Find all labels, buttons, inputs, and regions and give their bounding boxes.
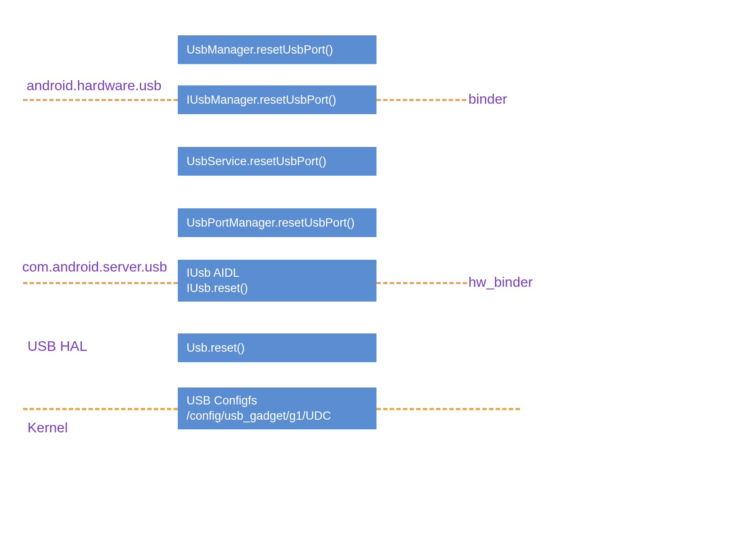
dash-kernel-right: [376, 408, 520, 410]
box-iusb-aidl: IUsb AIDL IUsb.reset(): [178, 260, 376, 302]
box-configfs-line2: /config/usb_gadget/g1/UDC: [186, 408, 331, 424]
dash-kernel-left: [23, 408, 178, 410]
box-usbportmanager: UsbPortManager.resetUsbPort(): [178, 208, 376, 237]
architecture-diagram: UsbManager.resetUsbPort() IUsbManager.re…: [0, 0, 756, 557]
label-com-android-server-usb: com.android.server.usb: [22, 259, 167, 275]
dash-hwbinder-right: [376, 282, 467, 284]
dash-hwbinder-left: [23, 282, 178, 284]
box-iusb-aidl-line2: IUsb.reset(): [186, 281, 248, 296]
box-usbservice-text: UsbService.resetUsbPort(): [186, 155, 326, 168]
box-usbmanager: UsbManager.resetUsbPort(): [178, 35, 376, 64]
box-usbreset-text: Usb.reset(): [186, 341, 245, 355]
box-iusbmanager: IUsbManager.resetUsbPort(): [178, 85, 376, 114]
box-usbservice: UsbService.resetUsbPort(): [178, 147, 376, 176]
box-usbportmanager-text: UsbPortManager.resetUsbPort(): [186, 216, 355, 230]
label-hw-binder: hw_binder: [468, 274, 533, 290]
label-binder: binder: [468, 91, 507, 107]
label-usb-hal: USB HAL: [27, 338, 87, 354]
box-iusb-aidl-line1: IUsb AIDL: [186, 265, 240, 281]
box-iusbmanager-text: IUsbManager.resetUsbPort(): [186, 93, 336, 107]
dash-binder-left: [23, 99, 178, 101]
box-usbmanager-text: UsbManager.resetUsbPort(): [186, 43, 333, 57]
box-usbreset: Usb.reset(): [178, 333, 376, 362]
label-kernel: Kernel: [27, 420, 68, 436]
box-configfs: USB Configfs /config/usb_gadget/g1/UDC: [178, 387, 376, 429]
box-configfs-line1: USB Configfs: [186, 393, 257, 408]
label-android-hardware-usb: android.hardware.usb: [27, 78, 162, 94]
dash-binder-right: [376, 99, 466, 101]
